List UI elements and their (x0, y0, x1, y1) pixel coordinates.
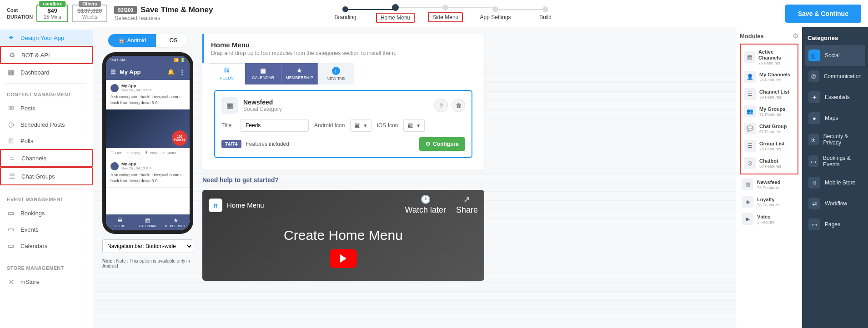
nandbox-price: $49 (42, 7, 63, 14)
module-icon: ▦ (221, 97, 238, 114)
section-store-mgmt: STORE MANAGEMENT (0, 260, 93, 273)
newsfeed-module: ▦ Newsfeed Social Category ? 🗑 Title And… (214, 90, 472, 158)
avatar (110, 162, 119, 170)
module-chatbot[interactable]: ◎Chatbot50 Features (742, 154, 796, 172)
category-social[interactable]: 👥Social (805, 45, 865, 66)
step-branding[interactable]: Branding (321, 6, 371, 20)
android-icon-select[interactable]: 🏛▼ (350, 119, 371, 132)
sidebar-item-bookings[interactable]: ▭Bookings (0, 205, 93, 221)
tab-membership[interactable]: ★MEMBERSHIP (281, 63, 318, 84)
header: Cost DURATION nandbox $49 15 Mins Others… (0, 0, 868, 27)
sidebar-item-posts[interactable]: ✉Posts (0, 100, 93, 116)
cart-icon: ⤭ (7, 278, 15, 286)
sidebar-label: BOT & API (21, 52, 50, 59)
sidebar-item-design[interactable]: ✦Design Your App (0, 30, 93, 46)
sidebar-item-events[interactable]: ▭Events (0, 221, 93, 238)
ios-icon-select[interactable]: 🏛▼ (403, 119, 425, 132)
post-author: My App (121, 84, 151, 88)
like-action: ♡ Like (110, 151, 122, 155)
sidebar-label: Calendars (20, 243, 47, 249)
nandbox-time: 15 Mins (42, 14, 63, 20)
module-channel-list[interactable]: ☰Channel List78 Features (742, 85, 796, 103)
android-icon-label: Android Icon (314, 122, 345, 129)
category-pages[interactable]: ▭Pages (805, 214, 865, 235)
modules-settings-icon[interactable]: ⚙ (793, 32, 798, 40)
bank-icon: 🏛 (354, 122, 360, 129)
sidebar-item-dashboard[interactable]: ▦Dashboard (0, 64, 93, 80)
module-active-channels[interactable]: ▦Active Channels76 Features (742, 46, 796, 68)
chevron-down-icon: ▼ (416, 123, 421, 128)
shield-icon: ⛨ (808, 134, 819, 145)
mod-feat: 71 Features (759, 112, 785, 117)
tab-new[interactable]: +NEW TAB (318, 63, 354, 84)
play-button[interactable] (330, 249, 357, 268)
video-icon: ▶ (742, 213, 753, 225)
pages-icon: ▭ (808, 219, 820, 230)
delete-button[interactable]: 🗑 (452, 99, 465, 112)
category-mobile-store[interactable]: ⤭Mobile Store (805, 172, 865, 193)
phone-frame: 9:41 AM📶 🔋 ☰ My App 🔔⋮ My AppNov 26 , 04… (102, 52, 193, 234)
cost-line2: DURATION (7, 14, 33, 20)
others-price: $137,820 (77, 7, 102, 14)
navigation-bar-select[interactable]: Navigation bar: Bottom-wide (102, 239, 193, 253)
sidebar-item-channels[interactable]: ≈Channels (0, 149, 93, 167)
phone-app-header: ☰ My App 🔔⋮ (106, 64, 190, 80)
wifi-icon: ≈ (8, 154, 16, 162)
sidebar-item-chat-groups[interactable]: ☰Chat Groups (0, 167, 93, 185)
module-loyalty[interactable]: ◈Loyalty78 Features (740, 193, 798, 210)
sidebar-label: Polls (20, 138, 33, 144)
step-label: Branding (335, 14, 356, 20)
sidebar-label: Bookings (20, 210, 45, 217)
category-maps[interactable]: ●Maps (805, 108, 865, 129)
sidebar-item-bot-api[interactable]: ⚙BOT & API (0, 46, 93, 64)
tab-feeds[interactable]: 🏛FEEDS (209, 63, 245, 84)
save-continue-button[interactable]: Save & Continue (785, 5, 861, 23)
phone-post: My AppNov 26 , 04:13 PM A stunning comeb… (106, 80, 190, 109)
android-button[interactable]: 🤖Android (108, 34, 156, 47)
help-video[interactable]: n Home Menu 🕐Watch later ↗Share Create H… (202, 190, 484, 281)
mod-feat: 1 Feature (757, 220, 775, 224)
configure-button[interactable]: ⚙Configure (419, 137, 465, 151)
post-time: Nov 26 , 04:13 PM (121, 166, 151, 170)
title-input[interactable] (241, 119, 309, 132)
sidebar-item-scheduled[interactable]: ◷Scheduled Posts (0, 116, 93, 133)
sidebar-label: Events (20, 226, 39, 233)
categories-title: Categories (805, 31, 865, 45)
watch-later[interactable]: 🕐Watch later (405, 194, 446, 216)
clock-icon: ◷ (7, 120, 15, 129)
mod-name: Newsfeed (757, 179, 780, 185)
ios-button[interactable]: iOS (156, 34, 187, 47)
tab-calendar[interactable]: ▦CALENDAR (245, 63, 281, 84)
step-app-settings[interactable]: App Settings (471, 6, 521, 20)
more-icon: ⋮ (179, 69, 185, 75)
sidebar-item-mstore[interactable]: ⤭mStore (0, 273, 93, 290)
module-group-list[interactable]: ☰Group List78 Features (742, 137, 796, 154)
post-body: A stunning comeback! Liverpool comes bac… (110, 172, 185, 184)
module-my-groups[interactable]: 👥My Groups71 Features (742, 103, 796, 120)
category-security[interactable]: ⛨Security & Privacy (805, 129, 865, 150)
platform-toggle: 🤖Android iOS (108, 34, 187, 47)
share-video[interactable]: ↗Share (456, 194, 478, 216)
sidebar-item-calendars[interactable]: ▭Calendars (0, 238, 93, 254)
mod-name: Video (757, 214, 775, 220)
nandbox-price-box: nandbox $49 15 Mins (36, 5, 68, 22)
category-workflow[interactable]: ⇄Workflow (805, 193, 865, 214)
category-bookings[interactable]: ▭Bookings & Events (805, 150, 865, 172)
polls-icon: ⊞ (7, 137, 15, 145)
module-my-channels[interactable]: 👤My Channels78 Features (742, 68, 796, 85)
module-video[interactable]: ▶Video1 Feature (740, 210, 798, 228)
sidebar-item-polls[interactable]: ⊞Polls (0, 133, 93, 149)
title-label: Title (221, 122, 235, 129)
category-communication[interactable]: ✆Communication (805, 66, 865, 87)
category-essentials[interactable]: ✦Essentials (805, 87, 865, 108)
step-build[interactable]: Build (521, 6, 571, 20)
module-chat-group[interactable]: 💬Chat Group67 Features (742, 120, 796, 137)
step-home-menu[interactable]: Home Menu (371, 4, 421, 23)
mod-feat: 78 Features (759, 78, 790, 82)
list-icon: ☰ (744, 88, 756, 100)
tab-label: MEMBERSHIP (286, 75, 313, 80)
help-button[interactable]: ? (434, 99, 448, 112)
bell-icon: 🔔 (167, 69, 175, 75)
module-newsfeed[interactable]: ▦Newsfeed78 Features (740, 176, 798, 193)
reply-action: ↩ Reply (126, 151, 140, 155)
